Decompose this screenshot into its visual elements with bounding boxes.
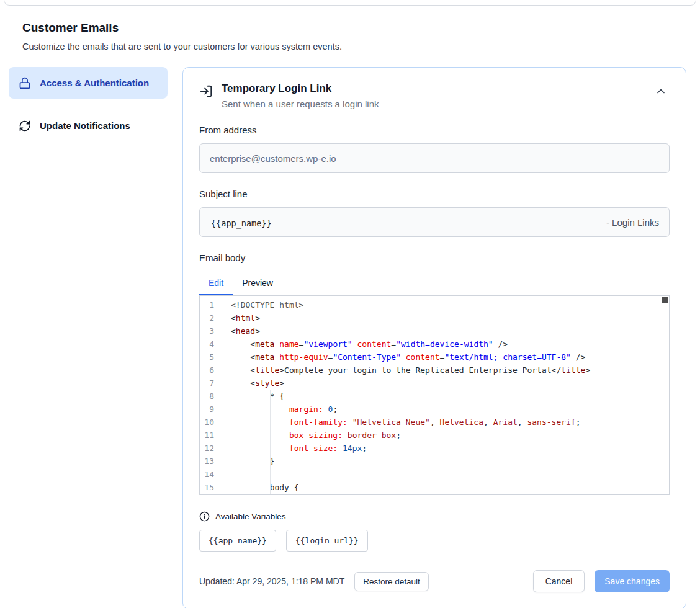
- line-number: 4: [200, 338, 214, 351]
- line-number: 10: [200, 416, 214, 429]
- line-number: 5: [200, 351, 214, 364]
- line-number: 6: [200, 364, 214, 377]
- variable-chips: {{app_name}} {{login_url}}: [199, 530, 670, 552]
- editor-tabs: Edit Preview: [199, 272, 670, 295]
- email-body-label: Email body: [199, 253, 670, 263]
- line-number: 8: [200, 390, 214, 403]
- line-number: 2: [200, 311, 214, 324]
- from-address-input[interactable]: [199, 143, 670, 173]
- variable-chip-app-name[interactable]: {{app_name}}: [199, 530, 276, 552]
- line-number: 13: [200, 455, 214, 468]
- template-subtitle: Sent when a user requests a login link: [222, 99, 379, 109]
- sidebar-item-label: Access & Authentication: [40, 76, 149, 90]
- tab-edit[interactable]: Edit: [199, 272, 233, 295]
- template-title: Temporary Login Link: [222, 83, 379, 95]
- subject-line-input[interactable]: {{app_name}} - Login Links: [199, 207, 670, 237]
- line-number: 1: [200, 298, 214, 311]
- sidebar-item-access-authentication[interactable]: Access & Authentication: [9, 67, 168, 99]
- save-changes-button[interactable]: Save changes: [595, 570, 670, 592]
- restore-default-button[interactable]: Restore default: [354, 572, 429, 591]
- content-area: Access & Authentication Update Notificat…: [0, 67, 700, 608]
- scrollbar-thumb[interactable]: [662, 297, 668, 303]
- line-number: 12: [200, 442, 214, 455]
- available-variables-title: Available Variables: [215, 512, 286, 521]
- code-line: background-color: #f9f9f9;: [231, 494, 669, 495]
- sidebar-item-update-notifications[interactable]: Update Notifications: [9, 110, 168, 141]
- indent-guide: [270, 390, 271, 494]
- line-number: 7: [200, 377, 214, 390]
- page-subtitle: Customize the emails that are sent to yo…: [22, 42, 678, 51]
- panel-header: Temporary Login Link Sent when a user re…: [199, 83, 670, 109]
- code-line: <meta http-equiv="Content-Type" content=…: [231, 351, 669, 364]
- info-icon: [199, 511, 210, 522]
- line-number: 14: [200, 468, 214, 481]
- line-numbers: 12345678910111213141516: [200, 296, 230, 494]
- panel-footer: Updated: Apr 29, 2025, 1:18 PM MDT Resto…: [199, 570, 670, 592]
- top-divider: [4, 0, 696, 6]
- code-content[interactable]: <!DOCTYPE html><html><head> <meta name="…: [230, 296, 669, 494]
- code-line: font-size: 14px;: [231, 442, 669, 455]
- line-number: 15: [200, 481, 214, 494]
- line-number: 3: [200, 324, 214, 338]
- code-line: * {: [231, 390, 669, 403]
- code-line: <html>: [231, 311, 669, 324]
- cancel-button[interactable]: Cancel: [533, 570, 585, 592]
- code-line: <style>: [231, 377, 669, 390]
- line-number: 16: [200, 494, 214, 495]
- line-number: 9: [200, 403, 214, 416]
- code-line: box-sizing: border-box;: [231, 429, 669, 442]
- lock-icon: [19, 77, 31, 89]
- tab-preview[interactable]: Preview: [233, 272, 282, 295]
- page-title: Customer Emails: [22, 21, 678, 35]
- subject-variable-token: {{app_name}}: [210, 216, 604, 228]
- code-line: <!DOCTYPE html>: [231, 298, 669, 311]
- code-line: <meta name="viewport" content="width=dev…: [231, 338, 669, 351]
- line-number: 11: [200, 429, 214, 442]
- variable-chip-login-url[interactable]: {{login_url}}: [286, 530, 368, 552]
- code-line: [231, 468, 669, 481]
- page-header: Customer Emails Customize the emails tha…: [0, 6, 700, 51]
- from-address-label: From address: [199, 125, 670, 135]
- collapse-button[interactable]: [652, 83, 670, 100]
- updated-timestamp: Updated: Apr 29, 2025, 1:18 PM MDT: [199, 576, 344, 586]
- sidebar-item-label: Update Notifications: [40, 118, 130, 133]
- code-line: <head>: [231, 324, 669, 338]
- code-line: <title>Complete your login to the Replic…: [231, 364, 669, 377]
- email-settings-sidebar: Access & Authentication Update Notificat…: [9, 67, 168, 142]
- email-template-panel: Temporary Login Link Sent when a user re…: [182, 67, 686, 608]
- login-icon: [199, 84, 213, 98]
- code-line: margin: 0;: [231, 403, 669, 416]
- code-line: }: [231, 455, 669, 468]
- subject-text: - Login Links: [604, 217, 659, 228]
- code-line: font-family: "Helvetica Neue", Helvetica…: [231, 416, 669, 429]
- code-line: body {: [231, 481, 669, 494]
- panel-header-text: Temporary Login Link Sent when a user re…: [222, 83, 379, 109]
- available-variables-header: Available Variables: [199, 511, 670, 522]
- subject-line-label: Subject line: [199, 189, 670, 199]
- code-editor[interactable]: 12345678910111213141516 <!DOCTYPE html><…: [199, 295, 670, 495]
- refresh-icon: [19, 120, 31, 132]
- chevron-up-icon: [655, 85, 667, 97]
